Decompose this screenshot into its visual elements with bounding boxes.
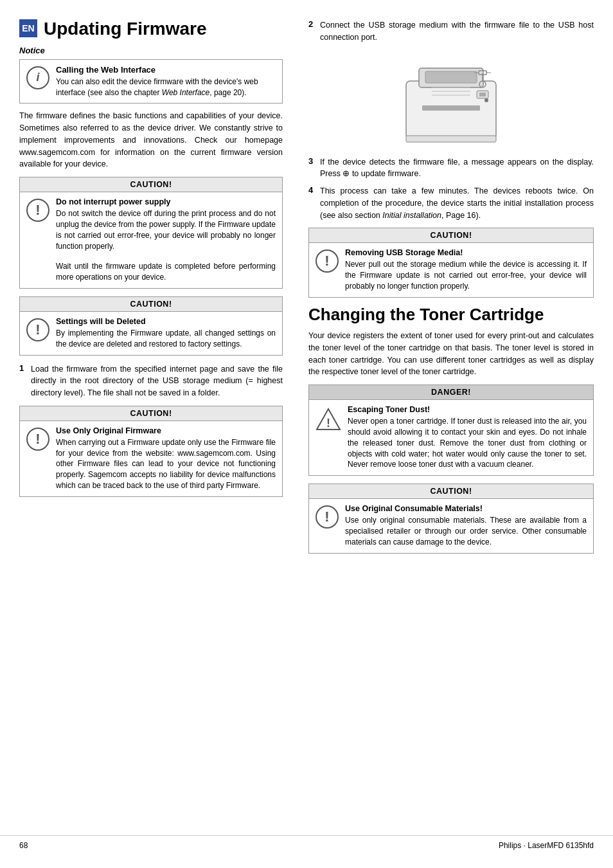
caution-icon-3: !: [26, 428, 49, 451]
caution-title-1: Do not interrupt power supply: [56, 197, 276, 206]
step-2-label: 2: [308, 19, 320, 44]
info-box-web-interface: i Calling the Web Interface You can also…: [19, 59, 283, 104]
danger-title-1: Escaping Toner Dust!: [348, 405, 587, 414]
svg-rect-2: [425, 71, 477, 83]
danger-text-1: Never open a toner cartridge. If toner d…: [348, 416, 587, 470]
caution-title-3: Use Only Original Firmware: [56, 426, 276, 435]
language-tab: EN: [19, 19, 37, 37]
caution-body-3: ! Use Only Original Firmware When carryi…: [20, 421, 282, 496]
caution-title-2: Settings will be Deleted: [56, 317, 276, 326]
svg-text:!: !: [326, 417, 330, 429]
caution-header-1: CAUTION!: [20, 177, 282, 192]
caution-text-1: Do not switch the device off during the …: [56, 208, 276, 251]
info-icon: i: [26, 66, 49, 89]
svg-rect-8: [479, 93, 486, 96]
caution-box-firmware: CAUTION! ! Use Only Original Firmware Wh…: [19, 406, 283, 497]
info-box-text: You can also edit the device firmware wi…: [56, 77, 276, 98]
notice-label: Notice: [19, 46, 283, 55]
firmware-intro-text: The firmware defines the basic functions…: [19, 110, 283, 170]
step-2-text: Connect the USB storage medium with the …: [320, 19, 594, 44]
caution-content-3: Use Only Original Firmware When carrying…: [56, 426, 276, 491]
step-3: 3 If the device detects the firmware fil…: [308, 156, 594, 181]
svg-point-15: [484, 98, 488, 102]
caution-text-4: Never pull out the storage medium while …: [345, 259, 587, 291]
step-4-text: This process can take a few minutes. The…: [320, 185, 594, 221]
caution-body-1: ! Do not interrupt power supply Do not s…: [20, 192, 282, 288]
caution-text-5: Use only original consumable materials. …: [345, 515, 587, 547]
info-box-title: Calling the Web Interface: [56, 65, 276, 75]
caution-text-1b: Wait until the firmware update is comple…: [56, 261, 276, 283]
svg-rect-14: [406, 136, 496, 142]
footer-page-number: 68: [19, 841, 28, 850]
footer-brand: Philips · LaserMFD 6135hfd: [499, 841, 594, 850]
danger-header-1: DANGER!: [309, 385, 593, 400]
caution-text-3: When carrying out a Firmware update only…: [56, 437, 276, 491]
printer-illustration: [308, 49, 594, 147]
page-title: Updating Firmware: [19, 19, 283, 39]
printer-svg: [387, 49, 515, 145]
caution-box-usb: CAUTION! ! Removing USB Storage Media! N…: [308, 228, 594, 297]
caution-content-1: Do not interrupt power supply Do not swi…: [56, 197, 276, 283]
caution-content-2: Settings will be Deleted By implementing…: [56, 317, 276, 350]
caution-header-5: CAUTION!: [309, 484, 593, 499]
caution-header-4: CAUTION!: [309, 228, 593, 243]
step-4: 4 This process can take a few minutes. T…: [308, 185, 594, 221]
info-box-content: Calling the Web Interface You can also e…: [56, 65, 276, 98]
right-column: 2 Connect the USB storage medium with th…: [296, 19, 613, 829]
caution-icon-5: !: [315, 505, 339, 529]
caution-box-settings: CAUTION! ! Settings will be Deleted By i…: [19, 296, 283, 356]
caution-header-2: CAUTION!: [20, 297, 282, 312]
danger-body-1: ! Escaping Toner Dust! Never open a tone…: [309, 400, 593, 475]
caution-box-power: CAUTION! ! Do not interrupt power supply…: [19, 177, 283, 289]
left-column: EN Updating Firmware Notice i Calling th…: [0, 19, 296, 829]
step-3-label: 3: [308, 156, 320, 181]
caution-body-2: ! Settings will be Deleted By implementi…: [20, 312, 282, 355]
toner-intro-text: Your device registers the extent of tone…: [308, 330, 594, 378]
page: EN Updating Firmware Notice i Calling th…: [0, 0, 613, 868]
caution-body-5: ! Use Original Consumable Materials! Use…: [309, 499, 593, 552]
caution-icon-1: !: [26, 199, 49, 222]
step-1-label: 1: [19, 363, 31, 399]
caution-box-consumable: CAUTION! ! Use Original Consumable Mater…: [308, 484, 594, 553]
danger-box-toner-dust: DANGER! ! Escaping Toner Dust! Never ope…: [308, 384, 594, 476]
caution-body-4: ! Removing USB Storage Media! Never pull…: [309, 243, 593, 296]
footer: 68 Philips · LaserMFD 6135hfd: [0, 835, 613, 855]
caution-title-4: Removing USB Storage Media!: [345, 248, 587, 257]
caution-text-2: By implementing the Firmware update, all…: [56, 328, 276, 350]
step-3-text: If the device detects the firmware file,…: [320, 156, 594, 181]
step-2: 2 Connect the USB storage medium with th…: [308, 19, 594, 44]
svg-rect-3: [422, 105, 480, 111]
danger-triangle-icon: !: [315, 406, 341, 432]
caution-content-5: Use Original Consumable Materials! Use o…: [345, 504, 587, 547]
caution-content-4: Removing USB Storage Media! Never pull o…: [345, 248, 587, 291]
step-4-label: 4: [308, 185, 320, 221]
caution-header-3: CAUTION!: [20, 406, 282, 421]
danger-content-1: Escaping Toner Dust! Never open a toner …: [348, 405, 587, 470]
caution-icon-2: !: [26, 318, 49, 341]
caution-icon-4: !: [315, 249, 339, 273]
step-1: 1 Load the firmware from the specified i…: [19, 363, 283, 399]
caution-title-5: Use Original Consumable Materials!: [345, 504, 587, 513]
step-1-text: Load the firmware from the specified int…: [31, 363, 283, 399]
section-title-toner: Changing the Toner Cartridge: [308, 305, 594, 324]
